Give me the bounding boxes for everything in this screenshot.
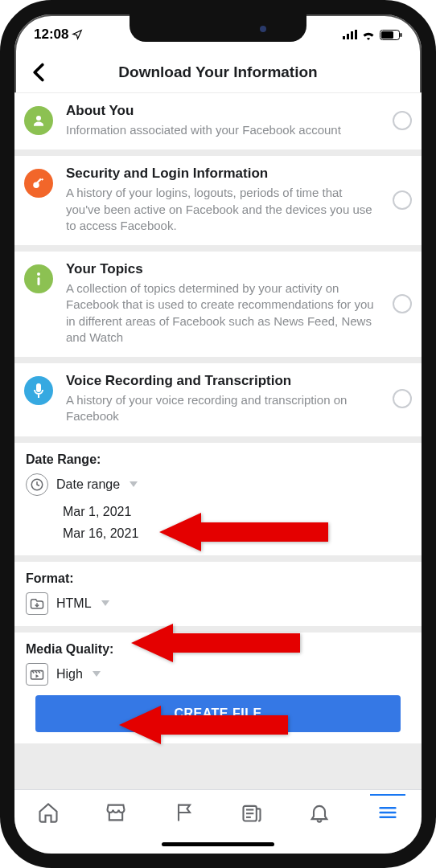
key-icon [24, 169, 53, 198]
date-range-label: Date Range: [26, 452, 410, 467]
item-title: Voice Recording and Transcription [66, 373, 380, 389]
chevron-down-icon [130, 481, 138, 487]
folder-download-icon [26, 592, 48, 615]
tab-news[interactable] [234, 795, 269, 830]
item-subtitle: A history of your voice recording and tr… [66, 392, 380, 425]
svg-rect-3 [355, 30, 357, 39]
select-radio[interactable] [393, 190, 412, 210]
page-title: Download Your Information [118, 63, 317, 81]
format-value: HTML [56, 596, 92, 611]
chevron-left-icon [32, 63, 45, 82]
svg-rect-12 [38, 277, 40, 285]
item-title: Security and Login Information [66, 166, 380, 182]
date-to: Mar 16, 2021 [63, 522, 410, 544]
chevron-down-icon [101, 600, 109, 606]
svg-rect-2 [351, 31, 353, 39]
marketplace-icon [105, 801, 127, 824]
bell-icon [308, 801, 331, 824]
battery-icon [380, 30, 402, 40]
tab-notifications[interactable] [302, 795, 337, 830]
profile-icon [24, 106, 53, 135]
signal-icon [343, 30, 357, 39]
svg-rect-0 [343, 36, 345, 39]
home-icon [37, 801, 60, 824]
back-button[interactable] [23, 56, 55, 88]
chevron-down-icon [93, 671, 101, 677]
media-quality-selector[interactable]: High [26, 663, 410, 686]
svg-rect-14 [38, 395, 39, 398]
category-voice-recording[interactable]: Voice Recording and Transcription A hist… [14, 363, 422, 436]
status-time: 12:08 [34, 27, 68, 43]
tab-marketplace[interactable] [98, 795, 134, 830]
date-range-value: Date range [56, 477, 120, 492]
format-label: Format: [26, 571, 410, 586]
svg-point-11 [37, 272, 40, 276]
svg-rect-6 [401, 33, 402, 37]
format-selector[interactable]: HTML [26, 592, 410, 615]
create-file-label: CREATE FILE [174, 706, 261, 720]
item-title: Your Topics [66, 261, 380, 277]
tab-home[interactable] [31, 795, 66, 830]
media-quality-section: Media Quality: High CREATE FILE [14, 633, 422, 743]
select-radio[interactable] [393, 389, 412, 408]
date-range-section: Date Range: Date range Mar 1, 2021 Mar 1… [14, 443, 422, 555]
category-your-topics[interactable]: Your Topics A collection of topics deter… [14, 252, 422, 357]
svg-rect-1 [347, 34, 349, 39]
svg-marker-17 [36, 674, 39, 678]
media-quality-label: Media Quality: [26, 642, 410, 657]
news-icon [241, 801, 263, 824]
item-subtitle: Information associated with your Faceboo… [66, 122, 380, 138]
category-security-login[interactable]: Security and Login Information A history… [14, 156, 422, 245]
item-subtitle: A collection of topics determined by you… [66, 280, 380, 346]
wifi-icon [361, 30, 376, 40]
create-file-button[interactable]: CREATE FILE [35, 695, 401, 732]
select-radio[interactable] [393, 111, 412, 130]
date-range-selector[interactable]: Date range [26, 473, 410, 496]
info-icon [24, 264, 53, 293]
tab-bar [14, 789, 422, 834]
item-subtitle: A history of your logins, logouts, perio… [66, 185, 380, 234]
media-quality-value: High [56, 667, 83, 682]
home-indicator[interactable] [14, 834, 422, 854]
content-scroll[interactable]: About You Information associated with yo… [14, 93, 422, 789]
item-title: About You [66, 103, 380, 119]
format-section: Format: HTML [14, 562, 422, 626]
microphone-icon [24, 376, 53, 405]
page-header: Download Your Information [14, 51, 422, 93]
category-about-you[interactable]: About You Information associated with yo… [14, 93, 422, 149]
svg-rect-5 [381, 31, 393, 39]
clock-icon [26, 473, 48, 496]
location-icon [72, 29, 83, 40]
device-notch [130, 14, 306, 42]
select-radio[interactable] [393, 294, 412, 313]
media-clip-icon [26, 663, 48, 686]
flag-icon [173, 801, 195, 824]
tab-pages[interactable] [167, 795, 202, 830]
svg-rect-13 [36, 383, 41, 392]
svg-point-7 [36, 116, 41, 121]
date-from: Mar 1, 2021 [63, 501, 410, 522]
menu-icon [376, 801, 399, 824]
svg-rect-10 [41, 178, 43, 181]
tab-menu[interactable] [370, 795, 405, 830]
